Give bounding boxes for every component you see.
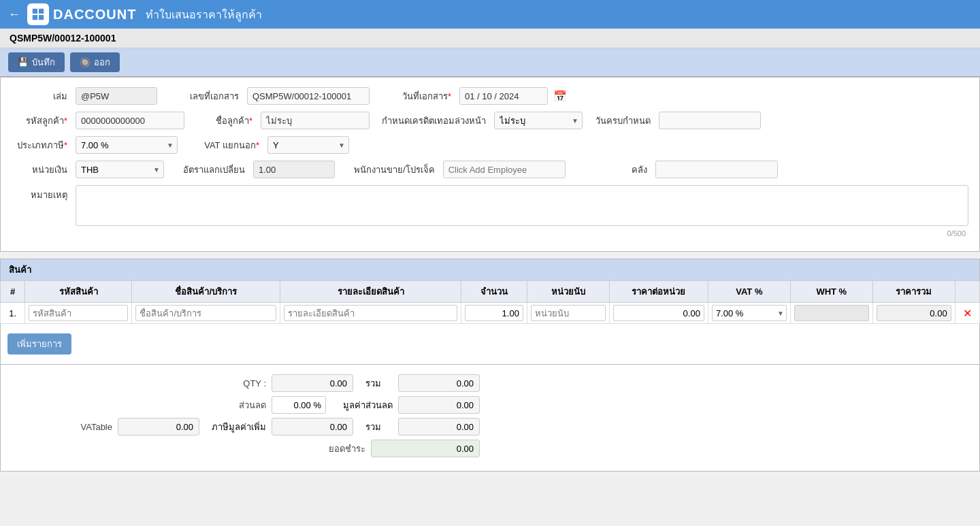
currency-select-wrap: THB ▼	[76, 161, 164, 178]
col-code: รหัสสินค้า	[25, 281, 132, 303]
exit-button[interactable]: 🔘 ออก	[70, 52, 120, 72]
col-unit: หน่วยนับ	[527, 281, 609, 303]
col-wht: WHT %	[790, 281, 872, 303]
form-row-3: ประเภทภาษี* 7.00 % ▼ VAT แยกนอก* Y N ▼	[12, 136, 968, 154]
row-unit-cell	[527, 303, 609, 324]
page-title: ทำใบเสนอราคาให้ลูกค้า	[146, 6, 262, 23]
subtotal-label: รวม	[365, 420, 393, 434]
customer-name-input[interactable]	[261, 112, 370, 129]
svg-rect-2	[33, 15, 37, 20]
add-row-area: เพิ่มรายการ	[0, 324, 980, 365]
col-action	[955, 281, 979, 303]
doc-id-label: QSMP5W/00012-100001	[10, 33, 116, 44]
form-area: เล่ม @P5W เลขที่เอกสาร QSMP5W/00012-1000…	[0, 77, 980, 252]
summary-left: QTY : 0.00 รวม 0.00 ส่วนลด มูลค่าส่วนลด …	[18, 374, 480, 461]
discount-amount-value: 0.00	[398, 396, 480, 414]
delete-row-button[interactable]: ✕	[963, 307, 972, 320]
summary-qty-row: QTY : 0.00 รวม 0.00	[18, 374, 480, 392]
products-title: สินค้า	[9, 265, 31, 275]
vat-type-label: ประเภทภาษี*	[12, 138, 73, 152]
vatable-value: 0.00	[118, 418, 199, 435]
vat-type-select[interactable]: 7.00 %	[76, 136, 178, 154]
vat-separate-select-wrap: Y N ▼	[267, 136, 349, 154]
customer-name-label: ชื่อลูกค้า*	[197, 114, 258, 128]
row-detail-input[interactable]	[284, 305, 457, 321]
employee-input[interactable]	[443, 161, 566, 178]
row-total-input	[877, 305, 951, 321]
due-date-input[interactable]	[659, 112, 761, 129]
row-name-cell	[132, 303, 280, 324]
discount-amount-label: มูลค่าส่วนลด	[338, 398, 393, 412]
svg-rect-0	[33, 9, 37, 14]
col-num: #	[1, 281, 25, 303]
total-label-right: รวม	[365, 376, 393, 391]
col-price: ราคาต่อหน่วย	[609, 281, 708, 303]
doc-id-bar: QSMP5W/00012-100001	[0, 29, 980, 48]
row-code-cell	[25, 303, 132, 324]
exit-icon: 🔘	[80, 57, 91, 67]
credit-term-select-wrap: ไม่ระบุ ▼	[494, 112, 583, 129]
vatable-label: VATable	[44, 422, 112, 432]
doc-date-input[interactable]	[459, 87, 548, 105]
logo-text: DACCOUNT	[53, 7, 136, 22]
lem-input[interactable]: @P5W	[76, 87, 157, 105]
warehouse-input[interactable]	[655, 161, 778, 178]
net-value: 0.00	[371, 440, 480, 457]
row-price-cell	[609, 303, 708, 324]
back-button[interactable]: ←	[8, 7, 20, 22]
row-vat-select-wrap: 7.00 % 0.00 % ▼	[712, 305, 787, 321]
logo-icon	[27, 3, 49, 25]
warehouse-label: คลัง	[591, 163, 653, 177]
row-num: 1.	[1, 303, 25, 324]
action-bar: 💾 บันทึก 🔘 ออก	[0, 48, 980, 77]
col-qty: จำนวน	[461, 281, 527, 303]
col-vat: VAT %	[708, 281, 790, 303]
doc-number-input[interactable]: QSMP5W/00012-100001	[247, 87, 370, 105]
row-code-input[interactable]	[29, 305, 128, 321]
row-wht-cell	[790, 303, 872, 324]
row-unit-input[interactable]	[531, 305, 606, 321]
discount-pct-input[interactable]	[272, 396, 326, 414]
logo: DACCOUNT	[27, 3, 136, 25]
add-row-button[interactable]: เพิ่มรายการ	[7, 333, 71, 355]
currency-select[interactable]: THB	[76, 161, 164, 178]
svg-rect-3	[39, 15, 44, 20]
discount-label: ส่วนลด	[198, 398, 266, 412]
summary-vatable-row: VATable 0.00 ภาษีมูลค่าเพิ่ม 0.00 รวม 0.…	[18, 418, 480, 435]
vat-label: ภาษีมูลค่าเพิ่ม	[212, 420, 266, 434]
row-detail-cell	[280, 303, 461, 324]
form-row-4: หน่วยเงิน THB ▼ อัตราแลกเปลี่ยน พนักงานข…	[12, 161, 968, 178]
total-value: 0.00	[398, 374, 480, 392]
customer-code-input[interactable]	[76, 112, 184, 129]
char-count: 0/500	[76, 228, 968, 239]
row-wht-input[interactable]	[794, 305, 869, 321]
exchange-rate-input[interactable]	[253, 161, 335, 178]
save-button[interactable]: 💾 บันทึก	[8, 52, 65, 72]
note-textarea[interactable]	[76, 185, 968, 226]
credit-term-select[interactable]: ไม่ระบุ	[494, 112, 583, 129]
row-name-input[interactable]	[135, 305, 276, 321]
svg-rect-1	[39, 9, 44, 14]
row-qty-input[interactable]	[465, 305, 523, 321]
row-price-input[interactable]	[613, 305, 704, 321]
calendar-icon[interactable]: 📅	[553, 90, 567, 103]
row-vat-select[interactable]: 7.00 % 0.00 %	[712, 305, 787, 321]
vat-type-select-wrap: 7.00 % ▼	[76, 136, 178, 154]
note-label: หมายเหตุ	[12, 185, 73, 202]
employee-label: พนักงานขาย/โปรเจ็ค	[354, 163, 440, 177]
top-bar: ← DACCOUNT ทำใบเสนอราคาให้ลูกค้า	[0, 0, 980, 29]
row-total-cell	[872, 303, 955, 324]
form-row-1: เล่ม @P5W เลขที่เอกสาร QSMP5W/00012-1000…	[12, 87, 968, 105]
vat-value: 0.00	[272, 418, 353, 435]
col-name: ชื่อสินค้า/บริการ	[132, 281, 280, 303]
row-qty-cell	[461, 303, 527, 324]
products-table: # รหัสสินค้า ชื่อสินค้า/บริการ รายละเอีย…	[0, 280, 980, 324]
table-row: 1. 7.00 % 0	[1, 303, 980, 324]
vat-separate-select[interactable]: Y N	[267, 136, 349, 154]
summary-area: QTY : 0.00 รวม 0.00 ส่วนลด มูลค่าส่วนลด …	[0, 365, 980, 472]
save-label: บันทึก	[32, 55, 55, 69]
form-row-5: หมายเหตุ 0/500	[12, 185, 968, 239]
exit-label: ออก	[94, 55, 110, 69]
add-row-label: เพิ่มรายการ	[17, 339, 62, 349]
summary-right	[500, 374, 962, 461]
